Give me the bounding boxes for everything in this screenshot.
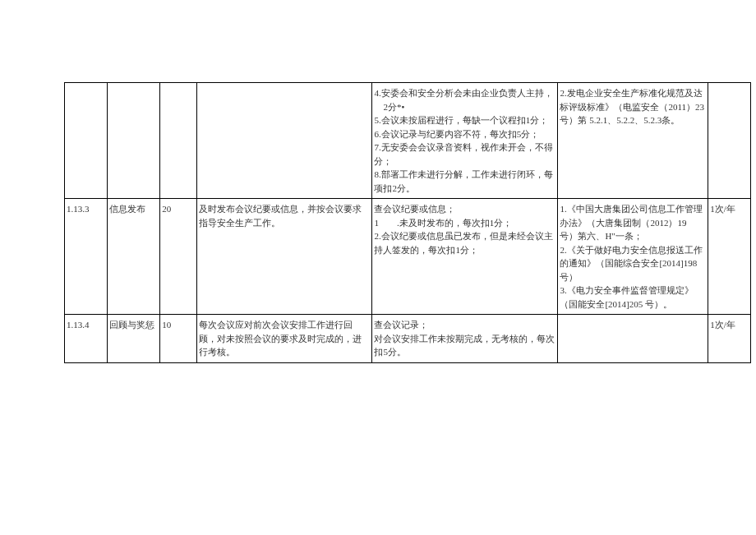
cell-name: 回顾与奖惩 — [107, 315, 160, 363]
criteria-table: 4.安委会和安全分析会未由企业负责人主持， 2分*• 5.会议未按届程进行，每缺… — [64, 82, 751, 363]
cell-desc — [197, 83, 372, 199]
cell-criteria: 4.安委会和安全分析会未由企业负责人主持， 2分*• 5.会议未按届程进行，每缺… — [372, 83, 558, 199]
cell-name: 信息发布 — [107, 199, 160, 315]
cell-id: 1.13.3 — [65, 199, 108, 315]
cell-name — [107, 83, 160, 199]
cell-desc: 及时发布会议纪要或信息，并按会议要求指导安全生产工作。 — [197, 199, 372, 315]
cell-criteria: 查会议纪要或信息； 1 .未及时发布的，每次扣1分； 2.会议纪要或信息虽已发布… — [372, 199, 558, 315]
document-page: 4.安委会和安全分析会未由企业负责人主持， 2分*• 5.会议未按届程进行，每缺… — [0, 0, 756, 535]
cell-score: 10 — [160, 315, 197, 363]
cell-desc: 每次会议应对前次会议安排工作进行回顾，对未按照会议的要求及时完成的，进行考核。 — [197, 315, 372, 363]
table-row: 1.13.4 回顾与奖惩 10 每次会议应对前次会议安排工作进行回顾，对未按照会… — [65, 315, 751, 363]
cell-criteria: 查会议记录； 对会议安排工作未按期完成，无考核的，每次扣5分。 — [372, 315, 558, 363]
cell-score — [160, 83, 197, 199]
cell-basis — [558, 315, 708, 363]
cell-id: 1.13.4 — [65, 315, 108, 363]
table-row: 1.13.3 信息发布 20 及时发布会议纪要或信息，并按会议要求指导安全生产工… — [65, 199, 751, 315]
cell-freq: 1次/年 — [708, 199, 751, 315]
cell-basis: 1.《中国大唐集团公司信息工作管理办法》（大唐集团制（2012）19 号）第六、… — [558, 199, 708, 315]
cell-score: 20 — [160, 199, 197, 315]
cell-freq: 1次/年 — [708, 315, 751, 363]
cell-basis: 2.发电企业安全生产标准化规范及达标评级标准》（电监安全（2011）23 号）第… — [558, 83, 708, 199]
table-row: 4.安委会和安全分析会未由企业负责人主持， 2分*• 5.会议未按届程进行，每缺… — [65, 83, 751, 199]
cell-freq — [708, 83, 751, 199]
cell-id — [65, 83, 108, 199]
